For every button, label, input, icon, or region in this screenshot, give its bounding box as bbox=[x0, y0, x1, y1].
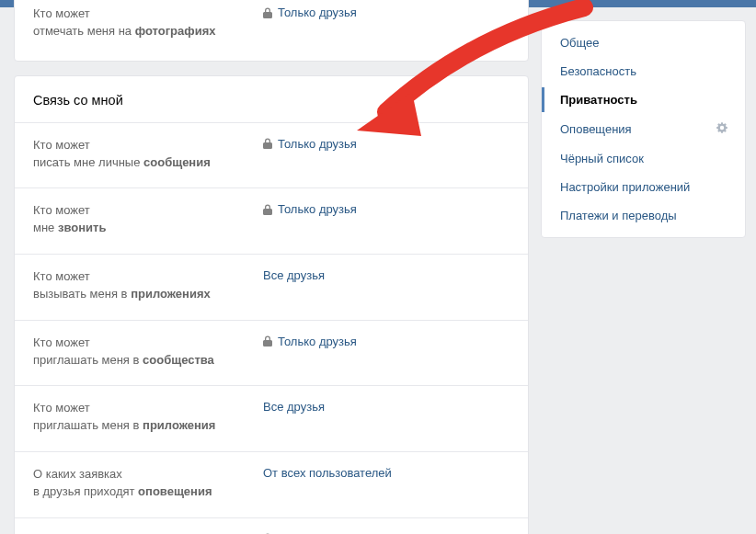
label-line2: приглашать меня в сообщества bbox=[33, 352, 254, 369]
label-line1: Кто может bbox=[33, 6, 254, 23]
setting-label: Кто можетвызывать меня в приложениях bbox=[33, 268, 263, 303]
sidebar-item[interactable]: Платежи и переводы bbox=[542, 201, 745, 230]
setting-row: Кто может найти меня при импортеконтакто… bbox=[15, 517, 528, 534]
setting-label: О каких заявкахв друзья приходят оповеще… bbox=[33, 466, 263, 501]
setting-value[interactable]: Все друзья bbox=[263, 400, 510, 414]
setting-label: Кто можетприглашать меня в приложения bbox=[33, 400, 263, 435]
setting-value[interactable]: Все друзья bbox=[263, 268, 510, 282]
sidebar-item-label: Безопасность bbox=[560, 64, 636, 78]
sidebar-item[interactable]: Общее bbox=[542, 28, 745, 57]
sidebar-item-label: Приватность bbox=[560, 93, 637, 107]
label-line1: Кто может bbox=[33, 268, 254, 286]
label-line2: приглашать меня в приложения bbox=[33, 417, 254, 435]
section-title: Связь со мной bbox=[15, 76, 528, 123]
setting-label: Кто можетприглашать меня в сообщества bbox=[33, 335, 263, 369]
sidebar-item[interactable]: Настройки приложений bbox=[542, 173, 745, 201]
value-text: От всех пользователей bbox=[263, 466, 392, 480]
setting-label: Кто можетмне звонить bbox=[33, 202, 263, 237]
label-line2: вызывать меня в приложениях bbox=[33, 286, 254, 303]
sidebar-item[interactable]: Приватность bbox=[542, 85, 745, 114]
lock-icon bbox=[263, 138, 272, 149]
sidebar-item-label: Чёрный список bbox=[560, 152, 644, 165]
setting-row: Кто можетприглашать меня в сообществаТол… bbox=[15, 320, 528, 386]
sidebar-item-label: Оповещения bbox=[560, 122, 632, 136]
sidebar-item-label: Настройки приложений bbox=[560, 180, 690, 194]
lock-icon bbox=[263, 204, 272, 215]
value-text: Все друзья bbox=[263, 268, 325, 282]
sidebar-item-label: Общее bbox=[560, 36, 600, 50]
setting-row: Кто можетприглашать меня в приложенияВсе… bbox=[15, 385, 528, 451]
sidebar-item[interactable]: Чёрный список bbox=[542, 144, 745, 173]
label-line2: в друзья приходят оповещения bbox=[33, 483, 254, 501]
setting-row: Кто можетвызывать меня в приложенияхВсе … bbox=[15, 254, 528, 320]
setting-row: О каких заявкахв друзья приходят оповеще… bbox=[15, 451, 528, 517]
label-line2: писать мне личные сообщения bbox=[33, 154, 254, 172]
label-line1: Кто может bbox=[33, 335, 254, 352]
setting-row: Кто можетмне звонитьТолько друзья bbox=[15, 187, 528, 254]
label-line1: Кто может bbox=[33, 137, 254, 154]
gear-icon[interactable] bbox=[716, 121, 728, 137]
value-text: Только друзья bbox=[278, 6, 357, 19]
label-line1: Кто может bbox=[33, 400, 254, 417]
label-line1: О каких заявках bbox=[33, 466, 254, 483]
setting-value[interactable]: Только друзья bbox=[263, 6, 510, 19]
lock-icon bbox=[263, 7, 272, 18]
main-content: Кто может отмечать меня на фотографиях Т… bbox=[14, 0, 529, 534]
setting-value[interactable]: Только друзья bbox=[263, 335, 510, 348]
value-text: Все друзья bbox=[263, 400, 325, 414]
sidebar-item[interactable]: Безопасность bbox=[542, 57, 745, 85]
value-text: Только друзья bbox=[278, 335, 357, 348]
settings-sidebar: ОбщееБезопасностьПриватностьОповещенияЧё… bbox=[541, 20, 746, 238]
setting-row: Кто может отмечать меня на фотографиях Т… bbox=[15, 0, 528, 57]
value-text: Только друзья bbox=[278, 202, 357, 216]
sidebar-item[interactable]: Оповещения bbox=[542, 114, 745, 144]
panel-top: Кто может отмечать меня на фотографиях Т… bbox=[14, 0, 529, 62]
lock-icon bbox=[263, 335, 272, 347]
setting-value[interactable]: Только друзья bbox=[263, 137, 510, 151]
setting-value[interactable]: Только друзья bbox=[263, 202, 510, 216]
rows-container: Кто можетписать мне личные сообщенияТоль… bbox=[15, 123, 528, 534]
label-line1: Кто может bbox=[33, 202, 254, 220]
value-text: Только друзья bbox=[278, 137, 357, 151]
setting-label: Кто можетписать мне личные сообщения bbox=[33, 137, 263, 172]
setting-row: Кто можетписать мне личные сообщенияТоль… bbox=[15, 123, 528, 188]
panel-contact: Связь со мной Кто можетписать мне личные… bbox=[14, 75, 529, 534]
label-line2: мне звонить bbox=[33, 220, 254, 237]
setting-label: Кто может отмечать меня на фотографиях bbox=[33, 6, 263, 40]
sidebar-item-label: Платежи и переводы bbox=[560, 209, 677, 222]
label-line2: отмечать меня на фотографиях bbox=[33, 23, 254, 40]
setting-value[interactable]: От всех пользователей bbox=[263, 466, 510, 480]
